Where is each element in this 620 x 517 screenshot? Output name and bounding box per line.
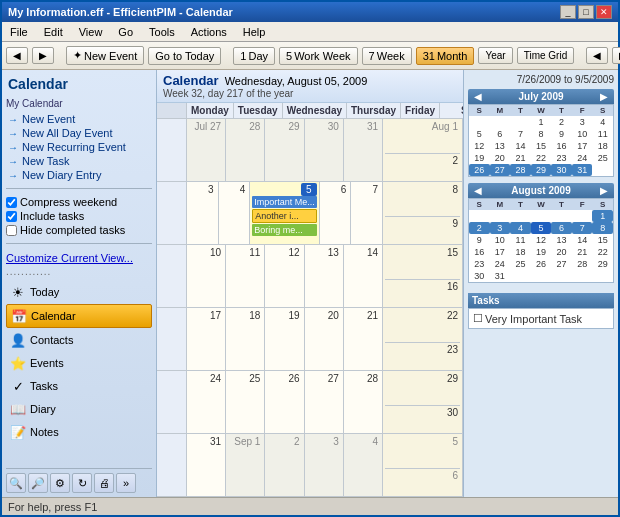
mini-jul-10[interactable]: 10 — [572, 128, 593, 140]
menu-tools[interactable]: Tools — [145, 25, 179, 39]
mini-aug-24[interactable]: 24 — [490, 258, 511, 270]
mini-aug-e3[interactable] — [551, 270, 572, 282]
mini-july-next[interactable]: ▶ — [598, 91, 610, 102]
mini-jul-21[interactable]: 21 — [510, 152, 531, 164]
mini-jul-5[interactable]: 5 — [469, 128, 490, 140]
mini-jul-18[interactable]: 18 — [592, 140, 613, 152]
mini-aug-17[interactable]: 17 — [490, 246, 511, 258]
cal-cell-aug29-30[interactable]: 29 30 — [383, 371, 463, 433]
mini-aug-1[interactable]: 1 — [592, 210, 613, 222]
mini-aug-e5[interactable] — [592, 270, 613, 282]
maximize-button[interactable]: □ — [578, 5, 594, 19]
sync-icon[interactable]: ↻ — [72, 473, 92, 493]
mini-aug-26[interactable]: 26 — [531, 258, 552, 270]
mini-aug-21[interactable]: 21 — [572, 246, 593, 258]
cal-cell-jul30[interactable]: 30 — [305, 119, 344, 181]
cal-cell-aug7[interactable]: 7 — [351, 182, 383, 244]
nav-contacts[interactable]: 👤 Contacts — [6, 329, 152, 351]
cal-cell-aug10[interactable]: 10 — [187, 245, 226, 307]
mini-aug-3[interactable]: 3 — [490, 222, 511, 234]
new-task-link[interactable]: → New Task — [6, 154, 152, 168]
mini-jul-14[interactable]: 14 — [510, 140, 531, 152]
mini-aug-15[interactable]: 15 — [592, 234, 613, 246]
mini-jul-blank2[interactable] — [490, 116, 511, 128]
minimize-button[interactable]: _ — [560, 5, 576, 19]
new-event-button[interactable]: ✦ New Event — [66, 46, 144, 65]
cal-cell-aug1-2[interactable]: Aug 1 2 — [383, 119, 463, 181]
expand-icon[interactable]: » — [116, 473, 136, 493]
mini-aug-28[interactable]: 28 — [572, 258, 593, 270]
mini-jul-24[interactable]: 24 — [572, 152, 593, 164]
cal-cell-aug19[interactable]: 19 — [265, 308, 304, 370]
mini-aug-9[interactable]: 9 — [469, 234, 490, 246]
mini-jul-9[interactable]: 9 — [551, 128, 572, 140]
mini-aug-12[interactable]: 12 — [531, 234, 552, 246]
mini-jul-25[interactable]: 25 — [592, 152, 613, 164]
cal-cell-aug28[interactable]: 28 — [344, 371, 383, 433]
cal-cell-aug24[interactable]: 24 — [187, 371, 226, 433]
mini-july-prev[interactable]: ◀ — [472, 91, 484, 102]
cal-cell-aug25[interactable]: 25 — [226, 371, 265, 433]
hide-completed-input[interactable] — [6, 225, 17, 236]
mini-jul-29[interactable]: 29 — [531, 164, 552, 176]
mini-jul-3[interactable]: 3 — [572, 116, 593, 128]
toolbar-next[interactable]: ▶ — [612, 47, 620, 64]
cal-cell-jul31[interactable]: 31 — [344, 119, 383, 181]
mini-aug-30[interactable]: 30 — [469, 270, 490, 282]
mini-aug-22[interactable]: 22 — [592, 246, 613, 258]
cal-cell-aug22-23[interactable]: 22 23 — [383, 308, 463, 370]
mini-aug-16[interactable]: 16 — [469, 246, 490, 258]
cal-cell-aug18[interactable]: 18 — [226, 308, 265, 370]
cal-cell-aug26[interactable]: 26 — [265, 371, 304, 433]
mini-aug-e1[interactable] — [510, 270, 531, 282]
compress-weekend-checkbox[interactable]: Compress weekend — [6, 195, 152, 209]
mini-jul-17[interactable]: 17 — [572, 140, 593, 152]
toolbar-prev[interactable]: ◀ — [586, 47, 608, 64]
mini-aug-11[interactable]: 11 — [510, 234, 531, 246]
search-icon[interactable]: 🔍 — [6, 473, 26, 493]
cal-cell-aug17[interactable]: 17 — [187, 308, 226, 370]
menu-edit[interactable]: Edit — [40, 25, 67, 39]
mini-aug-b6[interactable] — [572, 210, 593, 222]
day-view-button[interactable]: 1 Day — [233, 47, 275, 65]
cal-cell-jul28[interactable]: 28 — [226, 119, 265, 181]
cal-cell-aug14[interactable]: 14 — [344, 245, 383, 307]
menu-go[interactable]: Go — [114, 25, 137, 39]
cal-cell-sep4[interactable]: 4 — [344, 434, 383, 496]
cal-cell-aug20[interactable]: 20 — [305, 308, 344, 370]
mini-jul-11[interactable]: 11 — [592, 128, 613, 140]
mini-jul-12[interactable]: 12 — [469, 140, 490, 152]
cal-cell-aug5[interactable]: 5 Important Me... Another i... Boring me… — [250, 182, 320, 244]
work-week-button[interactable]: 5 Work Week — [279, 47, 358, 65]
cal-cell-aug31[interactable]: 31 — [187, 434, 226, 496]
mini-jul-13[interactable]: 13 — [490, 140, 511, 152]
menu-file[interactable]: File — [6, 25, 32, 39]
event-important[interactable]: Important Me... — [252, 196, 317, 208]
cal-cell-sep3[interactable]: 3 — [305, 434, 344, 496]
mini-jul-4[interactable]: 4 — [592, 116, 613, 128]
event-boring[interactable]: Boring me... — [252, 224, 317, 236]
mini-jul-15[interactable]: 15 — [531, 140, 552, 152]
mini-jul-16[interactable]: 16 — [551, 140, 572, 152]
time-grid-button[interactable]: Time Grid — [517, 47, 575, 64]
customize-link[interactable]: Customize Current View... — [6, 250, 152, 266]
mini-aug-6[interactable]: 6 — [551, 222, 572, 234]
cal-cell-aug4[interactable]: 4 — [219, 182, 251, 244]
mini-jul-30[interactable]: 30 — [551, 164, 572, 176]
mini-aug-b4[interactable] — [531, 210, 552, 222]
nav-diary[interactable]: 📖 Diary — [6, 398, 152, 420]
nav-notes[interactable]: 📝 Notes — [6, 421, 152, 443]
mini-aug-27[interactable]: 27 — [551, 258, 572, 270]
mini-aug-b5[interactable] — [551, 210, 572, 222]
mini-aug-next[interactable]: ▶ — [598, 185, 610, 196]
mini-aug-8[interactable]: 8 — [592, 222, 613, 234]
cal-cell-sep2[interactable]: 2 — [265, 434, 304, 496]
close-button[interactable]: ✕ — [596, 5, 612, 19]
cal-cell-aug12[interactable]: 12 — [265, 245, 304, 307]
mini-jul-20[interactable]: 20 — [490, 152, 511, 164]
mini-aug-31[interactable]: 31 — [490, 270, 511, 282]
mini-jul-28[interactable]: 28 — [510, 164, 531, 176]
mini-aug-e2[interactable] — [531, 270, 552, 282]
mini-aug-e4[interactable] — [572, 270, 593, 282]
mini-aug-29[interactable]: 29 — [592, 258, 613, 270]
